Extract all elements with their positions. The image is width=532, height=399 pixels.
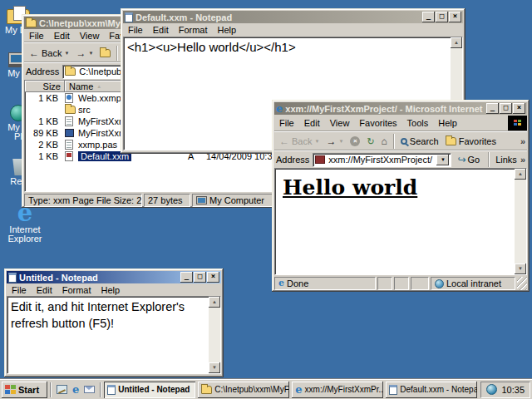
address-folder-icon [65, 67, 76, 76]
favorites-button[interactable]: Favorites [442, 135, 500, 148]
toolbar-overflow-chevron[interactable]: » [520, 136, 525, 146]
search-button[interactable]: Search [397, 135, 442, 148]
taskbar-button-untitled-notepad[interactable]: Untitled - Notepad [104, 382, 195, 398]
text-editor-area[interactable]: Edit it, and hit Internet Explorer's ref… [7, 297, 209, 373]
menu-view[interactable]: View [75, 30, 105, 42]
menu-file[interactable]: File [123, 24, 148, 36]
menu-edit[interactable]: Edit [148, 24, 174, 36]
forward-button[interactable]: → ▼ [323, 135, 347, 147]
forward-dropdown-icon[interactable]: ▼ [88, 51, 93, 56]
taskbar-separator [100, 382, 101, 397]
status-text: Done [287, 278, 308, 288]
window-title: Default.xxm - Notepad [135, 12, 420, 22]
taskbar-separator [50, 382, 52, 397]
notepad-icon [125, 12, 133, 22]
scroll-up-button[interactable]: ▲ [451, 37, 462, 48]
menu-bar: File Edit Format Help [7, 283, 221, 296]
menu-favorites[interactable]: Favorites [354, 117, 401, 129]
desktop[interactable]: { "chrome": { "minimize": "_", "maximize… [0, 0, 532, 399]
taskbar-button-explorer[interactable]: C:\Inetpub\xxm\MyF... [198, 382, 289, 398]
status-done-panel: e Done [274, 277, 376, 290]
vertical-scrollbar[interactable]: ▲ ▼ [209, 297, 220, 373]
menu-edit[interactable]: Edit [32, 284, 57, 296]
menu-help[interactable]: Help [96, 284, 126, 296]
back-dropdown-icon[interactable]: ▼ [64, 51, 69, 56]
ie-throbber-logo [508, 116, 527, 131]
desktop-icon-internet-explorer[interactable]: e Internet Explorer [3, 202, 47, 244]
menu-file[interactable]: File [24, 30, 49, 42]
up-button[interactable] [96, 47, 114, 59]
home-icon: ⌂ [382, 137, 387, 146]
search-label: Search [410, 136, 439, 146]
menu-file[interactable]: File [274, 117, 299, 129]
back-button[interactable]: ← Back ▼ [26, 47, 72, 60]
file-name: xxmp.pas [78, 140, 117, 150]
scroll-up-button[interactable]: ▲ [209, 297, 220, 308]
internet-explorer-launch-icon[interactable]: e [72, 385, 79, 395]
refresh-button[interactable]: ↻ [363, 135, 377, 148]
file-size: 1 KB [27, 93, 65, 103]
intranet-zone-icon [435, 279, 444, 288]
maximize-button[interactable]: □ [500, 103, 512, 114]
maximize-button[interactable]: □ [194, 272, 206, 283]
file-size: 1 KB [27, 151, 65, 161]
links-label[interactable]: Links [495, 155, 517, 165]
maximize-button[interactable]: □ [436, 12, 448, 22]
forward-button[interactable]: → ▼ [72, 47, 96, 59]
column-header-size[interactable]: Size [25, 81, 65, 92]
back-label: Back [292, 136, 312, 146]
menu-edit[interactable]: Edit [49, 30, 75, 42]
minimize-button[interactable]: _ [422, 12, 435, 22]
scroll-down-button[interactable]: ▼ [515, 264, 526, 274]
resize-grip[interactable] [517, 277, 527, 290]
tray-icon[interactable] [486, 384, 497, 395]
status-panel [377, 277, 392, 290]
menu-format[interactable]: Format [57, 284, 96, 296]
address-dropdown-button[interactable]: ▼ [436, 155, 449, 165]
menu-view[interactable]: View [325, 117, 355, 129]
go-button[interactable]: ↪ Go [455, 154, 482, 165]
forward-dropdown-icon[interactable]: ▼ [338, 139, 343, 144]
menu-tools[interactable]: Tools [402, 117, 434, 129]
back-dropdown-icon[interactable]: ▼ [314, 139, 319, 144]
minimize-button[interactable]: _ [486, 103, 499, 114]
close-button[interactable]: × [513, 103, 525, 114]
notepad-icon [107, 385, 116, 395]
menu-file[interactable]: File [7, 284, 32, 296]
links-chevron[interactable]: » [520, 155, 525, 165]
menu-format[interactable]: Format [174, 24, 213, 36]
close-button[interactable]: × [449, 12, 461, 22]
menu-edit[interactable]: Edit [299, 117, 325, 129]
stop-button[interactable]: × [347, 135, 363, 148]
system-tray: 10:35 [480, 382, 530, 398]
scroll-up-button[interactable]: ▲ [515, 169, 526, 180]
folder-icon [201, 386, 212, 394]
back-button[interactable]: ← Back ▼ [276, 135, 323, 148]
scroll-down-button[interactable]: ▼ [209, 362, 220, 373]
vertical-scrollbar[interactable]: ▲ ▼ [515, 169, 526, 274]
menu-help[interactable]: Help [213, 24, 242, 36]
outlook-express-icon[interactable] [84, 386, 95, 393]
taskbar-button-default-notepad[interactable]: Default.xxm - Notepad [386, 382, 477, 398]
web-page: Hello world [275, 169, 515, 274]
back-icon: ← [29, 49, 39, 57]
start-label: Start [18, 385, 39, 395]
menu-help[interactable]: Help [433, 117, 462, 129]
taskbar-button-internet-explorer[interactable]: e xxm://MyFirstXxmPr... [292, 382, 383, 398]
title-bar[interactable]: e xxm://MyFirstXxmProject/ - Microsoft I… [274, 102, 527, 115]
menu-bar: File Edit Format Help [123, 23, 463, 37]
show-desktop-icon[interactable] [57, 385, 67, 394]
notepad-icon [389, 385, 397, 395]
start-button[interactable]: Start [2, 382, 47, 398]
close-button[interactable]: × [207, 272, 219, 283]
window-title: xxm://MyFirstXxmProject/ - Microsoft Int… [285, 104, 484, 114]
file-icon [65, 140, 73, 150]
home-button[interactable]: ⌂ [378, 135, 391, 148]
favorites-icon [446, 137, 456, 145]
title-bar[interactable]: Untitled - Notepad _ □ × [7, 271, 221, 283]
ie-icon: e [276, 104, 283, 114]
file-size: 1 KB [27, 116, 65, 126]
address-combo[interactable]: xxm://MyFirstXxmProject/ ▼ [313, 153, 451, 167]
title-bar[interactable]: Default.xxm - Notepad _ □ × [123, 11, 463, 23]
minimize-button[interactable]: _ [180, 272, 193, 283]
